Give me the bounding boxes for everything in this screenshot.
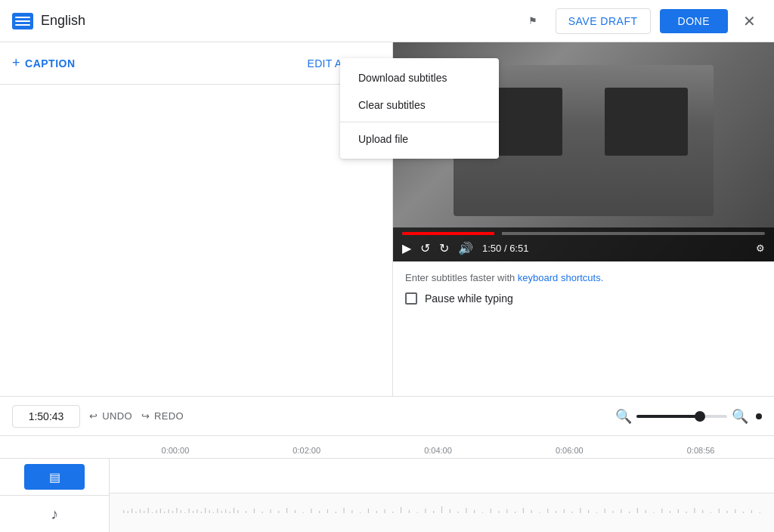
audio-note-icon: ♪ [51, 506, 58, 523]
save-draft-button[interactable]: SAVE DRAFT [556, 8, 651, 34]
timeline-ruler: 0:00:00 0:02:00 0:04:00 0:06:00 0:08:56 [0, 436, 774, 459]
time-display: 1:50 / 6:51 [482, 243, 747, 254]
zoom-slider[interactable] [636, 415, 727, 418]
done-button[interactable]: DONE [660, 9, 728, 33]
keyboard-shortcuts-link[interactable]: keyboard shortcuts. [518, 272, 603, 283]
progress-bar[interactable] [402, 232, 765, 235]
timeline-area: ↩ UNDO ↪ REDO 🔍 🔍 0:00:00 0:02:00 0:04: [0, 396, 774, 532]
redo-icon: ↪ [141, 410, 150, 422]
caption-track[interactable] [110, 459, 774, 493]
zoom-in-icon: 🔍 [732, 409, 748, 424]
caption-track-icon: ▤ [49, 470, 60, 484]
plus-icon: + [12, 55, 20, 71]
ruler-mark-1: 0:02:00 [241, 446, 373, 455]
add-caption-button[interactable]: + CAPTION [12, 55, 76, 71]
zoom-out-icon: 🔍 [615, 409, 632, 424]
undo-button[interactable]: ↩ UNDO [89, 410, 132, 422]
progress-thumb [494, 230, 502, 237]
ruler-marks: 0:00:00 0:02:00 0:04:00 0:06:00 0:08:56 [110, 446, 774, 455]
play-button[interactable]: ▶ [402, 241, 411, 255]
caption-track-badge: ▤ [24, 464, 85, 490]
settings-button[interactable]: ⚙ [756, 243, 765, 254]
caption-toolbar: + CAPTION EDIT AS TEXT [0, 42, 392, 85]
dropdown-menu: Download subtitles Clear subtitles Uploa… [340, 58, 499, 159]
track-content [110, 459, 774, 532]
pause-label: Pause while typing [425, 292, 513, 305]
zoom-in-button[interactable]: 🔍 [732, 408, 748, 425]
block-hole-right [605, 88, 688, 156]
feedback-icon: ⚑ [528, 15, 537, 26]
redo-label: REDO [154, 410, 184, 422]
timeline-toolbar: ↩ UNDO ↪ REDO 🔍 🔍 [0, 397, 774, 436]
add-caption-label: CAPTION [25, 57, 76, 70]
track-labels: ▤ ♪ [0, 459, 110, 532]
progress-filled [402, 232, 499, 235]
zoom-out-button[interactable]: 🔍 [615, 408, 632, 425]
ruler-mark-2: 0:04:00 [373, 446, 504, 455]
left-panel: + CAPTION EDIT AS TEXT [0, 42, 393, 396]
clear-subtitles-item[interactable]: Clear subtitles [340, 91, 499, 119]
download-subtitles-item[interactable]: Download subtitles [340, 64, 499, 91]
undo-icon: ↩ [89, 410, 98, 422]
close-button[interactable]: ✕ [737, 9, 762, 33]
undo-label: UNDO [102, 410, 132, 422]
caption-track-label: ▤ [0, 459, 109, 496]
time-input[interactable] [12, 405, 80, 428]
audio-track [110, 493, 774, 533]
zoom-track [636, 415, 700, 418]
video-controls: ▶ ↺ ↻ 🔊 1:50 / 6:51 ⚙ [393, 227, 774, 261]
subtitles-icon [12, 13, 33, 29]
rewind-button[interactable]: ↺ [420, 241, 430, 255]
header-right: ⚑ SAVE DRAFT DONE ✕ [519, 8, 762, 35]
redo-button[interactable]: ↪ REDO [141, 410, 184, 422]
subtitle-hint: Enter subtitles faster with keyboard sho… [405, 272, 762, 283]
zoom-dot [756, 413, 762, 419]
audio-track-label: ♪ [0, 496, 109, 532]
subtitle-info: Enter subtitles faster with keyboard sho… [393, 261, 774, 305]
upload-file-item[interactable]: Upload file [340, 125, 499, 153]
hint-text: Enter subtitles faster with [405, 272, 518, 283]
ruler-mark-3: 0:06:00 [503, 446, 635, 455]
ruler-mark-4: 0:08:56 [635, 446, 766, 455]
header-left: English [12, 13, 519, 29]
pause-checkbox[interactable] [405, 292, 417, 305]
pause-row: Pause while typing [405, 292, 762, 305]
ruler-mark-0: 0:00:00 [110, 446, 241, 455]
volume-button[interactable]: 🔊 [458, 241, 473, 255]
zoom-thumb [695, 411, 705, 422]
controls-row: ▶ ↺ ↻ 🔊 1:50 / 6:51 ⚙ [402, 241, 765, 255]
timeline-tracks: ▤ ♪ [0, 459, 774, 532]
page-title: English [41, 13, 85, 29]
menu-divider [340, 122, 499, 122]
feedback-button[interactable]: ⚑ [519, 8, 546, 35]
audio-waveform [116, 503, 768, 524]
header: English ⚑ SAVE DRAFT DONE ✕ [0, 0, 774, 42]
zoom-controls: 🔍 🔍 [615, 408, 762, 425]
fast-forward-button[interactable]: ↻ [439, 241, 449, 255]
